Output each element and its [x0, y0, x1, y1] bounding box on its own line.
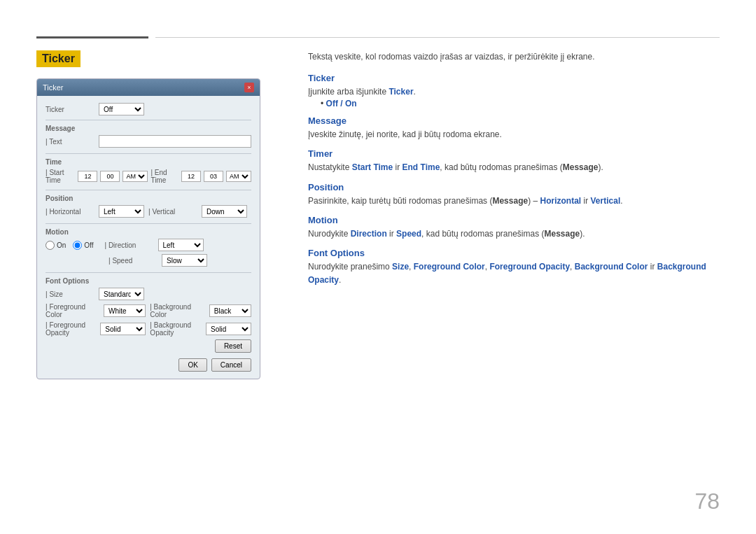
top-line-dark	[36, 36, 148, 38]
motion-off-label: Off	[84, 241, 93, 249]
font-bg-bold: Background Color	[575, 262, 648, 272]
reset-row: Reset	[46, 339, 251, 353]
end-time-label: | End Time	[150, 169, 178, 184]
speed-row: | Speed SlowMediumFast	[46, 254, 251, 267]
sep3	[46, 190, 251, 190]
intro-text: Tekstą veskite, kol rodomas vaizdo įraša…	[308, 50, 720, 63]
ticker-select[interactable]: Off On	[99, 103, 144, 115]
position-description: Pasirinkite, kaip turėtų būti rodomas pr…	[308, 195, 720, 208]
direction-bold: Direction	[351, 229, 387, 239]
ok-button[interactable]: OK	[178, 358, 206, 372]
timer-message-bold: Message	[563, 162, 598, 172]
vertical-label: | Vertical	[148, 208, 197, 216]
vertical-bold: Vertical	[591, 196, 621, 206]
message-section: Message | Text	[46, 125, 251, 148]
motion-message-bold: Message	[545, 229, 580, 239]
font-size-bold: Size	[392, 262, 409, 272]
dialog-buttons: OK Cancel	[46, 358, 251, 372]
motion-on-label: On	[57, 241, 66, 249]
timer-description: Nustatykite Start Time ir End Time, kad …	[308, 161, 720, 174]
bg-opacity-select[interactable]: SolidTransparent	[206, 323, 251, 335]
motion-off-input[interactable]	[73, 241, 82, 250]
fg-color-label: | Foreground Color	[46, 303, 99, 318]
sep2	[46, 153, 251, 154]
dialog-titlebar: Ticker ×	[37, 79, 260, 96]
position-content-section: Position Pasirinkite, kaip turėtų būti r…	[308, 182, 720, 208]
page-number: 78	[694, 489, 720, 514]
motion-section-title: Motion	[46, 228, 251, 236]
message-section-title: Message	[46, 125, 251, 132]
left-section: Ticker Ticker × Ticker Off On Message | …	[36, 50, 309, 379]
start-hour-input[interactable]	[78, 171, 97, 182]
start-min-input[interactable]	[100, 171, 120, 182]
time-section-title: Time	[46, 158, 251, 166]
text-row: | Text	[46, 135, 251, 148]
text-input[interactable]	[99, 135, 251, 148]
vertical-select[interactable]: DownUp	[202, 205, 247, 218]
top-decoration	[0, 36, 756, 38]
horizontal-bold: Horizontal	[540, 196, 582, 206]
motion-content-section: Motion Nurodykite Direction ir Speed, ka…	[308, 215, 720, 241]
timer-heading: Timer	[308, 148, 720, 159]
motion-radio-group: On Off	[46, 241, 94, 250]
font-fgo-bold: Foreground Opacity	[489, 262, 570, 272]
end-min-input[interactable]	[204, 171, 223, 182]
direction-select[interactable]: LeftRight	[158, 239, 204, 251]
time-row: | Start Time AMPM | End Time AMPM	[46, 169, 251, 184]
fg-opacity-row: | Foreground Opacity SolidTransparent | …	[46, 321, 251, 337]
font-options-section: Font Options | Size StandardSmallLarge |…	[46, 277, 251, 353]
position-message-bold: Message	[492, 196, 528, 206]
text-label: | Text	[46, 138, 94, 146]
font-fg-bold: Foreground Color	[414, 262, 485, 272]
bg-color-label: | Background Color	[150, 303, 205, 318]
font-description: Nurodykite pranešimo Size, Foreground Co…	[308, 260, 720, 287]
time-section: Time | Start Time AMPM | End Time AMPM	[46, 158, 251, 184]
speed-bold: Speed	[396, 229, 421, 239]
bg-opacity-label: | Background Opacity	[150, 321, 202, 337]
motion-on-input[interactable]	[46, 241, 55, 250]
size-label: | Size	[46, 290, 94, 298]
fg-opacity-select[interactable]: SolidTransparent	[100, 323, 146, 335]
bg-color-select[interactable]: BlackWhite	[209, 304, 251, 317]
font-options-heading: Font Options	[308, 248, 720, 258]
message-heading: Message	[308, 115, 720, 126]
speed-label: | Speed	[108, 257, 158, 265]
size-select[interactable]: StandardSmallLarge	[99, 288, 144, 300]
horizontal-select[interactable]: LeftRight	[99, 205, 144, 218]
ticker-field-label: Ticker	[46, 106, 94, 113]
ticker-bold: Ticker	[388, 87, 413, 97]
motion-off-radio: Off	[73, 241, 93, 250]
fg-opacity-label: | Foreground Opacity	[46, 321, 96, 337]
ticker-bullet-bold: Off / On	[326, 99, 357, 108]
sep5	[46, 272, 251, 273]
motion-radio-row: On Off | Direction LeftRight	[46, 239, 251, 251]
section-title: Ticker	[36, 50, 80, 67]
ticker-bullet: • Off / On	[321, 99, 720, 108]
speed-select[interactable]: SlowMediumFast	[162, 254, 207, 267]
motion-heading: Motion	[308, 215, 720, 225]
reset-button[interactable]: Reset	[215, 339, 251, 353]
position-heading: Position	[308, 182, 720, 192]
position-section-title: Position	[46, 195, 251, 202]
end-hour-input[interactable]	[181, 171, 201, 182]
motion-description: Nurodykite Direction ir Speed, kad būtų …	[308, 227, 720, 241]
motion-on-radio: On	[46, 241, 66, 250]
cancel-button[interactable]: Cancel	[211, 358, 251, 372]
start-ampm-select[interactable]: AMPM	[122, 171, 148, 182]
message-description: Įveskite žinutę, jei norite, kad ji būtų…	[308, 128, 720, 141]
motion-section: Motion On Off | Direction	[46, 228, 251, 267]
horizontal-label: | Horizontal	[46, 208, 94, 216]
start-time-bold: Start Time	[352, 162, 393, 172]
size-row: | Size StandardSmallLarge	[46, 288, 251, 300]
direction-label: | Direction	[105, 241, 154, 249]
dialog-close-button[interactable]: ×	[244, 83, 254, 92]
font-options-content-section: Font Options Nurodykite pranešimo Size, …	[308, 248, 720, 287]
fg-color-row: | Foreground Color WhiteBlackRed | Backg…	[46, 303, 251, 318]
end-ampm-select[interactable]: AMPM	[226, 171, 251, 182]
font-options-title: Font Options	[46, 277, 251, 285]
ticker-dialog: Ticker × Ticker Off On Message | Text	[36, 78, 260, 379]
position-row: | Horizontal LeftRight | Vertical DownUp	[46, 205, 251, 218]
start-time-label: | Start Time	[46, 169, 75, 184]
dialog-title: Ticker	[43, 83, 64, 92]
fg-color-select[interactable]: WhiteBlackRed	[104, 304, 146, 317]
